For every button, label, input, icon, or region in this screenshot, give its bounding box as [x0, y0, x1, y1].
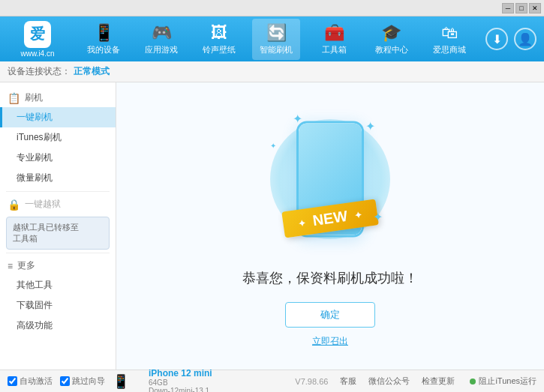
minimize-button[interactable]: ─ [502, 3, 514, 13]
more-label: 更多 [17, 259, 35, 272]
jailbreak-lock-icon: 🔒 [8, 199, 20, 211]
tutorials-label: 教程中心 [375, 44, 408, 55]
sparkle-3: ✦ [373, 210, 383, 224]
logo-text: www.i4.cn [20, 49, 54, 58]
itunes-status-label: 阻止iTunes运行 [479, 376, 536, 387]
sidebar-item-itunes-flash[interactable]: iTunes刷机 [0, 127, 116, 148]
jailbreak-notice-text: 越狱工具已转移至工具箱 [13, 223, 79, 243]
download-button[interactable]: ⬇ [485, 28, 508, 50]
skip-wizard-label: 跳过向导 [72, 376, 105, 387]
itunes-status: 阻止iTunes运行 [470, 376, 536, 387]
device-storage: 64GB [149, 379, 212, 387]
nav-item-tutorials[interactable]: 🎓 教程中心 [368, 19, 416, 60]
wipe-flash-label: 微量刷机 [17, 172, 53, 183]
flash-section-label: 刷机 [25, 91, 43, 104]
nav-item-apps-games[interactable]: 🎮 应用游戏 [137, 19, 185, 60]
more-icon: ≡ [8, 261, 13, 271]
auto-connect-label: 自动激活 [20, 376, 53, 387]
apps-games-icon: 🎮 [152, 23, 172, 43]
other-tools-label: 其他工具 [17, 280, 53, 290]
main-area: 📋 刷机 一键刷机 iTunes刷机 专业刷机 微量刷机 🔒 一键越狱 [0, 82, 544, 370]
download-fw-label: 下载固件 [17, 300, 53, 310]
my-device-label: 我的设备 [87, 44, 120, 55]
title-bar: ─ □ ✕ [0, 0, 544, 16]
success-illustration: NEW ✦ ✦ ✦ ✦ [255, 104, 405, 254]
store-icon: 🛍 [441, 23, 458, 43]
logo: 爱 www.i4.cn [8, 21, 68, 58]
sidebar-item-other-tools[interactable]: 其他工具 [0, 275, 116, 295]
bottom-bar: 自动激活 跳过向导 📱 iPhone 12 mini 64GB Down-12m… [0, 370, 544, 392]
new-badge-text: NEW [311, 208, 348, 229]
auto-connect-checkbox[interactable]: 自动激活 [8, 376, 53, 387]
window-controls[interactable]: ─ □ ✕ [502, 3, 541, 13]
nav-items: 📱 我的设备 🎮 应用游戏 🖼 铃声壁纸 🔄 智能刷机 🧰 工具箱 🎓 教程中心… [75, 19, 478, 60]
wallpaper-label: 铃声壁纸 [203, 44, 236, 55]
sparkle-4: ✦ [270, 142, 276, 150]
nav-item-my-device[interactable]: 📱 我的设备 [80, 19, 128, 60]
sidebar-section-more: ≡ 更多 其他工具 下载固件 高级功能 [0, 256, 116, 336]
wallpaper-icon: 🖼 [211, 23, 227, 43]
sidebar-section-jailbreak: 🔒 一键越狱 越狱工具已转移至工具箱 [0, 195, 116, 250]
confirm-button[interactable]: 确定 [285, 302, 375, 328]
status-bar: 设备连接状态： 正常模式 [0, 61, 544, 82]
register-link[interactable]: 立即召出 [312, 335, 348, 348]
sidebar-section-flash: 📋 刷机 一键刷机 iTunes刷机 专业刷机 微量刷机 [0, 88, 116, 188]
toolbox-label: 工具箱 [322, 44, 347, 55]
pro-flash-label: 专业刷机 [17, 152, 53, 163]
user-button[interactable]: 👤 [514, 28, 536, 50]
bottom-right: V7.98.66 客服 微信公众号 检查更新 [295, 376, 455, 387]
device-info: iPhone 12 mini 64GB Down-12mini-13,1 [149, 368, 212, 393]
customer-service-link[interactable]: 客服 [340, 376, 356, 387]
skip-wizard-input[interactable] [60, 376, 70, 386]
sidebar-item-advanced[interactable]: 高级功能 [0, 316, 116, 336]
nav-item-wallpaper[interactable]: 🖼 铃声壁纸 [195, 19, 243, 60]
tutorials-icon: 🎓 [381, 23, 401, 43]
auto-connect-input[interactable] [8, 376, 17, 386]
sidebar-more-title: ≡ 更多 [0, 256, 116, 275]
version-text: V7.98.66 [295, 377, 328, 386]
nav-right: ⬇ 👤 [485, 28, 536, 50]
smart-shop-label: 智能刷机 [260, 44, 293, 55]
smart-shop-icon: 🔄 [266, 23, 287, 43]
nav-item-toolbox[interactable]: 🧰 工具箱 [310, 19, 358, 60]
success-title: 恭喜您，保资料刷机成功啦！ [242, 269, 418, 287]
jailbreak-label: 一键越狱 [25, 198, 61, 211]
status-value: 正常模式 [74, 65, 110, 78]
content-area: NEW ✦ ✦ ✦ ✦ 恭喜您，保资料刷机成功啦！ 确定 立即召出 [116, 82, 544, 370]
sidebar-item-one-click-flash[interactable]: 一键刷机 [0, 107, 116, 127]
close-button[interactable]: ✕ [529, 3, 541, 13]
store-label: 爱思商城 [433, 44, 466, 55]
bottom-left: 自动激活 跳过向导 📱 iPhone 12 mini 64GB Down-12m… [8, 368, 295, 393]
toolbox-icon: 🧰 [324, 23, 344, 43]
confirm-button-label: 确定 [320, 308, 340, 322]
skip-wizard-checkbox[interactable]: 跳过向导 [60, 376, 105, 387]
apps-games-label: 应用游戏 [145, 44, 178, 55]
itunes-flash-label: iTunes刷机 [17, 132, 62, 142]
status-label: 设备连接状态： [8, 65, 71, 78]
nav-item-smart-shop[interactable]: 🔄 智能刷机 [252, 19, 300, 60]
device-firmware: Down-12mini-13,1 [149, 387, 212, 393]
sparkle-1: ✦ [293, 112, 302, 126]
sidebar-item-wipe-flash[interactable]: 微量刷机 [0, 168, 116, 188]
flash-section-icon: 📋 [8, 92, 20, 104]
sidebar-item-pro-flash[interactable]: 专业刷机 [0, 148, 116, 168]
jailbreak-notice: 越狱工具已转移至工具箱 [6, 217, 110, 250]
check-update-link[interactable]: 检查更新 [422, 376, 455, 387]
nav-item-store[interactable]: 🛍 爱思商城 [425, 19, 473, 60]
logo-icon: 爱 [24, 21, 51, 48]
sidebar-flash-title: 📋 刷机 [0, 88, 116, 107]
sidebar-divider-2 [6, 253, 110, 253]
sidebar-divider-1 [6, 191, 110, 192]
maximize-button[interactable]: □ [515, 3, 527, 13]
itunes-status-dot [470, 379, 476, 385]
one-click-flash-label: 一键刷机 [17, 112, 53, 122]
sparkle-2: ✦ [365, 119, 375, 133]
my-device-icon: 📱 [94, 23, 114, 43]
device-name: iPhone 12 mini [149, 368, 212, 379]
wechat-link[interactable]: 微信公众号 [368, 376, 410, 387]
sidebar-jailbreak-title: 🔒 一键越狱 [0, 195, 116, 214]
sidebar-item-download-fw[interactable]: 下载固件 [0, 295, 116, 316]
advanced-label: 高级功能 [17, 320, 53, 331]
device-phone-icon: 📱 [113, 373, 129, 390]
top-nav: 爱 www.i4.cn 📱 我的设备 🎮 应用游戏 🖼 铃声壁纸 🔄 智能刷机 … [0, 16, 544, 61]
